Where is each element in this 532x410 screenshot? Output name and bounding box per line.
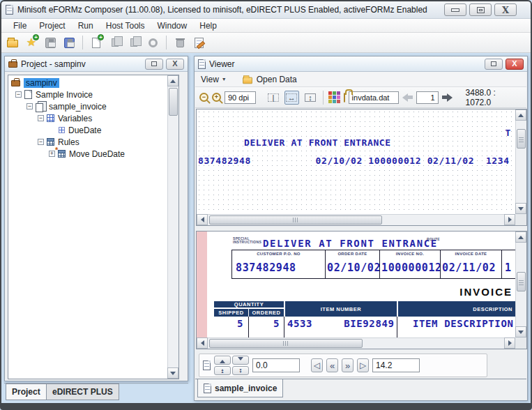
desktop: Project - sampinv X sampinv − Sample Inv… [1,53,531,403]
view-mode-horizontal-button[interactable]: ↔ [284,91,300,105]
raw-line-data: 837482948 02/10/02 100000012 02/11/02 12… [198,155,510,166]
scrollbar-thumb[interactable] [169,88,178,116]
form-horizontal-scrollbar[interactable] [197,337,515,349]
project-frame-title-bar[interactable]: Project - sampinv X [5,56,188,72]
previous-page-button[interactable] [402,93,413,102]
view-menu[interactable]: View ▼ [201,75,227,84]
menu-bar: File Project Run Host Tools Window Help [1,19,531,33]
open-data-button[interactable]: Open Data [242,75,297,84]
scrollbar-thumb[interactable] [209,215,382,225]
project-restore-button[interactable] [145,59,163,70]
refresh-button[interactable] [146,36,160,50]
step-left-button[interactable]: ◁ [311,358,323,372]
page-up-button[interactable]: ▲▲ [214,366,231,375]
viewer-menu-bar: View ▼ Open Data [195,72,526,87]
delete-button[interactable] [173,36,187,50]
scroll-right-button[interactable] [504,337,515,349]
tree-vertical-scrollbar[interactable] [167,75,178,379]
save-all-button[interactable] [62,36,76,50]
menu-file[interactable]: File [7,21,33,31]
menu-project[interactable]: Project [33,21,71,31]
menu-help[interactable]: Help [193,21,223,31]
project-tree[interactable]: sampinv − Sample Invoice − sample_invoic… [8,75,179,379]
nudge-up-button[interactable] [214,356,231,365]
nudge-down-button[interactable] [232,356,249,365]
horizontal-position-input[interactable]: 14.2 [372,358,420,372]
open-folder-icon [7,40,18,47]
tree-item-sample-invoice-form[interactable]: − sample_invoice [26,100,107,112]
step-right-button[interactable]: ▷ [357,358,369,372]
dpi-input[interactable]: 90 dpi [225,91,256,104]
color-map-button[interactable] [328,91,340,103]
form-canvas[interactable]: SPECIAL INSTRUCTIONS DELIVER AT FRONT EN… [197,231,515,337]
form-col-partial: 1 [501,250,515,278]
tab-sample-invoice[interactable]: sample_invoice [197,379,283,397]
maximize-button[interactable] [469,3,492,16]
paste-button[interactable] [127,36,141,50]
page-down-button[interactable]: ▼▼ [232,366,249,375]
collapse-expander[interactable]: − [26,103,33,109]
lock-button[interactable] [344,93,345,102]
view-mode-cursor-button[interactable]: | [266,91,281,105]
raw-horizontal-scrollbar[interactable] [197,214,515,225]
menu-run[interactable]: Run [72,21,100,31]
variables-icon [47,114,54,122]
scrollbar-thumb[interactable] [517,129,526,149]
scroll-up-button[interactable] [515,231,526,243]
scroll-left-button[interactable] [197,337,208,349]
scroll-up-button[interactable] [167,75,178,86]
tree-item-sample-invoice[interactable]: − Sample Invoice [15,89,93,100]
collapse-expander[interactable]: − [15,91,22,98]
chevron-down-icon: ▼ [222,77,227,82]
open-project-button[interactable] [6,36,20,50]
tree-item-rules[interactable]: − Rules [38,136,79,148]
viewer-icon [198,59,206,69]
triangle-up-icon [220,357,225,363]
raw-data-canvas[interactable]: T DELIVER AT FRONT ENTRANCE 837482948 02… [197,109,515,214]
form-preview-pane[interactable]: SPECIAL INSTRUCTIONS DELIVER AT FRONT EN… [196,231,527,349]
viewer-restore-button[interactable] [485,59,503,70]
tab-project[interactable]: Project [6,384,47,400]
scroll-down-button[interactable] [515,326,526,337]
tree-item-sampinv[interactable]: sampinv [11,77,59,89]
viewer-title-bar[interactable]: Viewer X [195,56,527,72]
collapse-expander[interactable]: − [38,139,44,145]
copy-button[interactable] [108,36,122,50]
jump-left-button[interactable]: « [326,358,338,372]
collapse-expander[interactable]: − [38,115,44,121]
tree-item-variables[interactable]: − Variables [38,112,92,124]
scroll-left-button[interactable] [197,214,208,225]
raw-data-pane[interactable]: T DELIVER AT FRONT ENTRANCE 837482948 02… [196,109,527,226]
minimize-button[interactable] [444,3,466,16]
scrollbar-thumb[interactable] [209,339,363,348]
scroll-right-button[interactable] [504,214,515,225]
scrollbar-thumb[interactable] [517,272,526,291]
view-mode-vertical-button[interactable]: ↕ [303,91,318,105]
new-project-button[interactable]: ★+ [24,36,38,50]
scroll-down-button[interactable] [167,367,178,379]
expand-expander[interactable]: + [49,151,55,157]
project-close-button[interactable]: X [166,59,184,70]
zoom-out-button[interactable]: − [199,93,208,102]
form-vertical-scrollbar[interactable] [515,231,526,337]
tree-item-move-duedate[interactable]: + Move DueDate [49,148,125,160]
page-number-input[interactable]: 1 [416,91,438,104]
jump-right-button[interactable]: » [342,358,354,372]
form-tab-icon [204,384,211,393]
scroll-down-button[interactable] [515,203,526,214]
next-page-button[interactable] [442,93,453,102]
viewer-close-button[interactable]: X [506,59,524,70]
properties-button[interactable] [192,36,206,50]
save-button[interactable] [43,36,57,50]
close-button[interactable]: X [494,3,517,16]
new-form-button[interactable]: + [89,36,103,50]
raw-vertical-scrollbar[interactable] [515,109,526,214]
menu-host-tools[interactable]: Host Tools [100,21,151,31]
tab-edirect-plus[interactable]: eDIRECT PLUS [46,384,119,400]
menu-window[interactable]: Window [151,21,194,31]
vertical-position-input[interactable]: 0.0 [252,358,300,372]
data-file-input[interactable]: invdata.dat [349,91,399,104]
zoom-in-button[interactable]: + [212,93,221,102]
tree-item-duedate[interactable]: DueDate [59,124,101,136]
scroll-up-button[interactable] [515,109,526,121]
